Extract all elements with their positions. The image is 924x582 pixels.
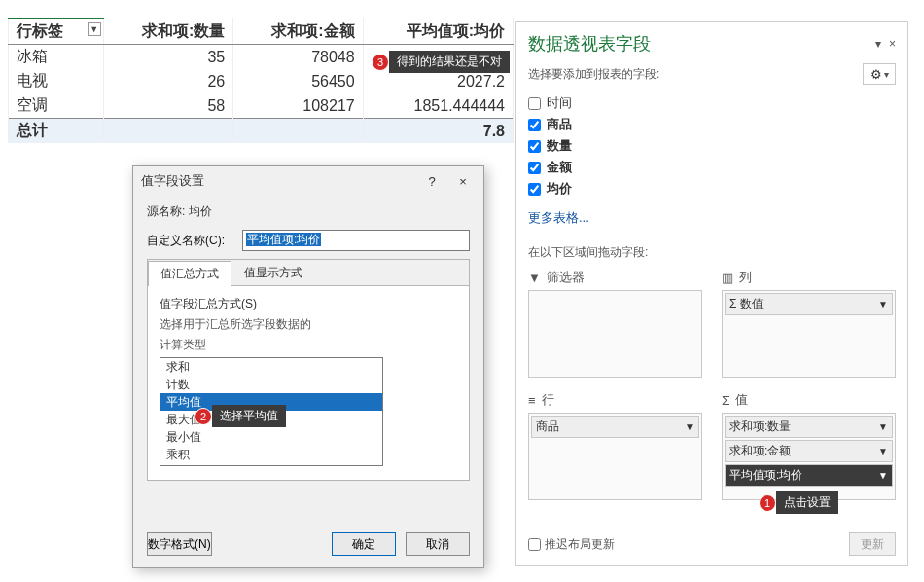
area-chip[interactable]: 商品▼ [531,416,699,438]
pane-subtitle: 选择要添加到报表的字段: [528,66,659,83]
field-item[interactable]: 商品 [528,114,896,135]
field-checkbox[interactable] [528,140,541,153]
field-checkbox[interactable] [528,162,541,174]
calc-option[interactable]: 乘积 [160,446,382,463]
field-item[interactable]: 时间 [528,92,896,114]
filter-dropdown-icon[interactable]: ▼ [88,22,101,36]
source-name-label: 源名称: 均价 [147,203,470,220]
columns-area[interactable]: ▥列 Σ 数值▼ [722,269,896,378]
calc-option[interactable]: 求和 [160,358,382,376]
area-chip[interactable]: Σ 数值▼ [725,293,893,315]
pivot-table: 行标签 ▼ 求和项:数量 求和项:金额 平均值项:均价 冰箱3578048219… [8,18,514,143]
pane-dropdown-icon[interactable]: ▾ [875,37,881,51]
update-button[interactable]: 更新 [849,532,896,556]
summarize-desc: 选择用于汇总所选字段数据的 [160,316,457,333]
cancel-button[interactable]: 取消 [406,532,470,556]
tab-show-values[interactable]: 值显示方式 [231,260,315,285]
table-row: 空调581082171851.444444 [9,93,514,119]
summarize-label: 值字段汇总方式(S) [160,296,457,312]
gear-icon: ⚙ [871,67,882,82]
filters-area[interactable]: ▼筛选器 [528,269,702,378]
area-chip[interactable]: 求和项:金额▼ [725,440,893,462]
rows-icon: ≡ [528,393,536,408]
more-tables-link[interactable]: 更多表格... [528,209,896,227]
pane-title: 数据透视表字段 [528,32,651,55]
calc-option[interactable]: 计数 [160,376,382,393]
value-field-settings-dialog: 值字段设置 ? × 源名称: 均价 自定义名称(C): 平均值项:均价 值汇总方… [132,165,484,568]
annotation-3: 3得到的结果还是不对 [372,51,510,73]
field-checkbox[interactable] [528,183,541,196]
calc-type-label: 计算类型 [160,337,457,353]
col-header-qty: 求和项:数量 [103,18,232,45]
area-chip[interactable]: 求和项:数量▼ [725,416,893,438]
defer-layout-checkbox[interactable]: 推迟布局更新 [528,536,615,553]
number-format-button[interactable]: 数字格式(N) [147,532,212,556]
area-chip[interactable]: 平均值项:均价▼ [725,464,893,487]
columns-icon: ▥ [722,271,733,285]
filter-icon: ▼ [528,271,541,285]
custom-name-input[interactable]: 平均值项:均价 [242,230,470,251]
field-list: 时间 商品 数量 金额 均价 [528,92,896,200]
drag-caption: 在以下区域间拖动字段: [528,244,896,261]
gear-button[interactable]: ⚙▾ [863,63,896,85]
field-item[interactable]: 均价 [528,178,896,200]
annotation-2: 2选择平均值 [195,405,286,427]
close-button[interactable]: × [450,174,476,189]
help-button[interactable]: ? [419,174,444,189]
field-checkbox[interactable] [528,119,541,131]
col-header-amt: 求和项:金额 [233,18,363,45]
tab-summarize[interactable]: 值汇总方式 [148,261,231,286]
field-item[interactable]: 金额 [528,157,896,178]
col-header-avg: 平均值项:均价 [363,18,513,45]
pane-close-icon[interactable]: × [889,37,896,51]
rows-area[interactable]: ≡行 商品▼ [528,391,702,500]
calc-option[interactable]: 最小值 [160,428,382,446]
field-item[interactable]: 数量 [528,135,896,157]
grand-total-row: 总计7.8 [9,119,514,144]
pivot-fields-pane: 数据透视表字段 ▾ × 选择要添加到报表的字段: ⚙▾ 时间 商品 数量 金额 … [515,21,908,566]
dialog-title: 值字段设置 [141,172,204,190]
sigma-icon: Σ [722,393,729,408]
values-area[interactable]: Σ值 求和项:数量▼ 求和项:金额▼ 平均值项:均价▼ [722,391,896,500]
custom-name-label: 自定义名称(C): [147,233,236,249]
ok-button[interactable]: 确定 [332,532,396,556]
annotation-1: 1点击设置 [759,491,838,514]
row-labels-header[interactable]: 行标签 ▼ [9,18,104,45]
field-checkbox[interactable] [528,97,541,110]
